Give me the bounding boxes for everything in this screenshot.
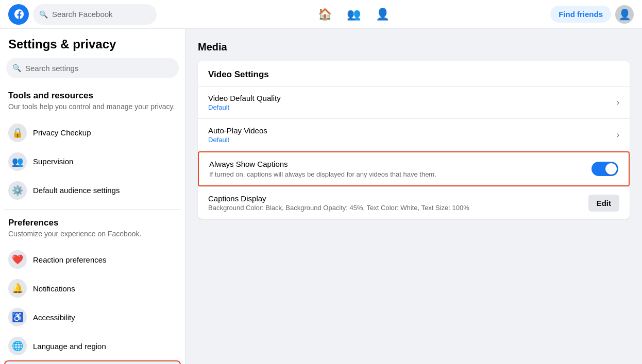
captions-display-edit-button[interactable]: Edit bbox=[588, 195, 619, 212]
auto-play-videos-title: Auto-Play Videos bbox=[208, 126, 267, 135]
search-icon: 🔍 bbox=[39, 10, 48, 19]
toggle-track[interactable] bbox=[592, 162, 618, 176]
sidebar-item-privacy-checkup[interactable]: 🔒 Privacy Checkup bbox=[4, 118, 181, 147]
search-settings-icon: 🔍 bbox=[12, 64, 21, 72]
search-settings-input[interactable]: 🔍 Search settings bbox=[6, 58, 179, 78]
supervision-icon: 👥 bbox=[8, 152, 27, 171]
top-navigation: 🔍 Search Facebook 🏠 👥 👤 Find friends 👤 bbox=[0, 0, 642, 29]
always-show-captions-text: Always Show Captions If turned on, capti… bbox=[209, 160, 436, 178]
tools-section-title: Tools and resources bbox=[4, 86, 181, 102]
always-show-captions-row[interactable]: Always Show Captions If turned on, capti… bbox=[198, 151, 630, 186]
captions-display-sub: Background Color: Black, Background Opac… bbox=[208, 204, 469, 212]
captions-display-text: Captions Display Background Color: Black… bbox=[208, 194, 469, 212]
video-default-quality-title: Video Default Quality bbox=[208, 94, 281, 102]
video-default-quality-text: Video Default Quality Default bbox=[208, 94, 281, 111]
sidebar-item-label: Reaction preferences bbox=[33, 255, 107, 264]
page-layout: Settings & privacy 🔍 Search settings Too… bbox=[0, 0, 642, 364]
sidebar-title: Settings & privacy bbox=[4, 37, 181, 58]
find-friends-button[interactable]: Find friends bbox=[550, 6, 611, 23]
facebook-logo[interactable] bbox=[8, 4, 29, 25]
default-audience-icon: ⚙️ bbox=[8, 181, 27, 200]
search-facebook-placeholder: Search Facebook bbox=[52, 10, 113, 19]
reaction-preferences-icon: ❤️ bbox=[8, 250, 27, 269]
chevron-right-icon: › bbox=[617, 98, 619, 107]
sidebar-item-label: Privacy Checkup bbox=[33, 128, 91, 137]
sidebar-item-media[interactable]: ▶ Media bbox=[4, 360, 181, 364]
sidebar-item-accessibility[interactable]: ♿ Accessibility bbox=[4, 303, 181, 332]
toggle-thumb bbox=[605, 163, 617, 175]
auto-play-videos-row[interactable]: Auto-Play Videos Default › bbox=[198, 119, 630, 151]
friends-icon-button[interactable]: 👥 bbox=[341, 2, 366, 27]
sidebar-item-default-audience[interactable]: ⚙️ Default audience settings bbox=[4, 176, 181, 205]
sidebar-item-label: Default audience settings bbox=[33, 186, 120, 195]
sidebar-item-label: Language and region bbox=[33, 342, 106, 351]
main-content: Media Video Settings Video Default Quali… bbox=[185, 29, 642, 364]
auto-play-videos-sub: Default bbox=[208, 136, 267, 144]
sidebar-item-label: Notifications bbox=[33, 284, 75, 293]
sidebar-item-label: Accessibility bbox=[33, 313, 75, 322]
sidebar-divider bbox=[4, 209, 181, 210]
video-default-quality-row[interactable]: Video Default Quality Default › bbox=[198, 86, 630, 118]
sidebar-item-supervision[interactable]: 👥 Supervision bbox=[4, 147, 181, 176]
accessibility-icon: ♿ bbox=[8, 308, 27, 326]
captions-display-row: Captions Display Background Color: Black… bbox=[198, 187, 630, 219]
home-icon-button[interactable]: 🏠 bbox=[312, 2, 337, 27]
preferences-section-title: Preferences bbox=[4, 214, 181, 229]
card-title: Video Settings bbox=[198, 61, 630, 86]
captions-display-title: Captions Display bbox=[208, 194, 469, 203]
preferences-section-desc: Customize your experience on Facebook. bbox=[4, 229, 181, 246]
search-settings-placeholder: Search settings bbox=[25, 64, 78, 73]
video-default-quality-sub: Default bbox=[208, 103, 281, 111]
notifications-icon: 🔔 bbox=[8, 279, 27, 298]
sidebar-item-language-region[interactable]: 🌐 Language and region bbox=[4, 332, 181, 360]
nav-right-area: Find friends 👤 bbox=[550, 5, 634, 24]
user-avatar[interactable]: 👤 bbox=[615, 5, 634, 24]
sidebar: Settings & privacy 🔍 Search settings Too… bbox=[0, 29, 185, 364]
always-show-captions-desc: If turned on, captions will always be di… bbox=[209, 170, 436, 178]
always-show-captions-toggle[interactable] bbox=[592, 162, 618, 176]
chevron-right-icon: › bbox=[617, 130, 619, 140]
auto-play-videos-text: Auto-Play Videos Default bbox=[208, 126, 267, 144]
video-settings-card: Video Settings Video Default Quality Def… bbox=[198, 61, 630, 219]
search-facebook-bar[interactable]: 🔍 Search Facebook bbox=[33, 4, 157, 25]
nav-center-icons: 🏠 👥 👤 bbox=[157, 2, 550, 27]
privacy-checkup-icon: 🔒 bbox=[8, 124, 27, 142]
sidebar-item-label: Supervision bbox=[33, 157, 73, 166]
profile-icon-button[interactable]: 👤 bbox=[370, 2, 395, 27]
tools-section-desc: Our tools help you control and manage yo… bbox=[4, 102, 181, 118]
sidebar-item-notifications[interactable]: 🔔 Notifications bbox=[4, 274, 181, 303]
page-title: Media bbox=[198, 41, 630, 53]
always-show-captions-title: Always Show Captions bbox=[209, 160, 436, 168]
sidebar-item-reaction-preferences[interactable]: ❤️ Reaction preferences bbox=[4, 245, 181, 274]
language-region-icon: 🌐 bbox=[8, 337, 27, 355]
